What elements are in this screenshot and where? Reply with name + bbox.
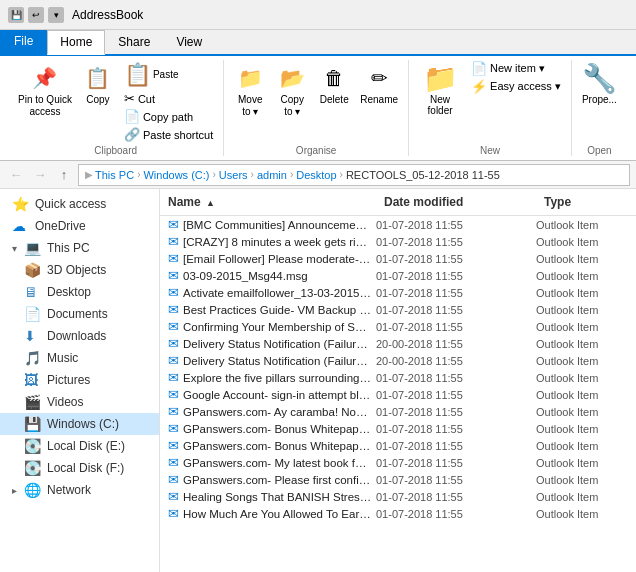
copy-path-button[interactable]: 📄 Copy path: [120, 108, 217, 125]
sidebar: ⭐ Quick access ☁ OneDrive ▾ 💻 This PC 📦 …: [0, 189, 160, 572]
sidebar-item-windowsc[interactable]: 💾 Windows (C:): [0, 413, 159, 435]
paste-button[interactable]: 📋 Paste: [120, 60, 217, 90]
file-row[interactable]: ✉ Healing Songs That BANISH Stress & Red…: [160, 488, 636, 505]
rename-button[interactable]: ✏ Rename: [356, 60, 402, 108]
file-name: Activate emailfollower_13-03-2015.msg: [183, 287, 376, 299]
file-row[interactable]: ✉ GPanswers.com- My latest book for GP a…: [160, 454, 636, 471]
file-icon: ✉: [168, 387, 179, 402]
pictures-icon: 🖼: [24, 372, 42, 388]
address-bar[interactable]: ▶ This PC › Windows (C:) › Users › admin…: [78, 164, 630, 186]
delete-label: Delete: [320, 94, 349, 106]
file-row[interactable]: ✉ GPanswers.com- Bonus Whitepaper for S.…: [160, 420, 636, 437]
paste-shortcut-button[interactable]: 🔗 Paste shortcut: [120, 126, 217, 143]
tab-view[interactable]: View: [163, 30, 215, 55]
breadcrumb-thispc[interactable]: This PC: [95, 169, 134, 181]
header-date[interactable]: Date modified: [376, 193, 536, 211]
sidebar-item-desktop[interactable]: 🖥 Desktop: [0, 281, 159, 303]
file-name: How Much Are You Allowed To Earn - 19...: [183, 508, 376, 520]
tab-file[interactable]: File: [0, 30, 47, 55]
forward-button[interactable]: →: [30, 165, 50, 185]
sidebar-item-network[interactable]: ▸ 🌐 Network: [0, 479, 159, 501]
new-item-label: New item ▾: [490, 62, 545, 75]
new-folder-button[interactable]: 📁 Newfolder: [415, 60, 465, 118]
file-list-header: Name ▲ Date modified Type: [160, 189, 636, 216]
up-button[interactable]: ↑: [54, 165, 74, 185]
file-date: 01-07-2018 11:55: [376, 474, 536, 486]
file-row[interactable]: ✉ [BMC Communities] Announcement- W... 0…: [160, 216, 636, 233]
new-folder-label: Newfolder: [428, 94, 453, 116]
sidebar-item-pictures[interactable]: 🖼 Pictures: [0, 369, 159, 391]
sidebar-item-music[interactable]: 🎵 Music: [0, 347, 159, 369]
file-name: GPanswers.com- My latest book for GP a..…: [183, 457, 376, 469]
file-row[interactable]: ✉ Delivery Status Notification (Failure)…: [160, 335, 636, 352]
file-row[interactable]: ✉ Confirming Your Membership of Search..…: [160, 318, 636, 335]
sidebar-label-windowsc: Windows (C:): [47, 417, 119, 431]
properties-icon: 🔧: [583, 62, 615, 94]
sidebar-item-videos[interactable]: 🎬 Videos: [0, 391, 159, 413]
file-date: 01-07-2018 11:55: [376, 440, 536, 452]
file-row[interactable]: ✉ [Email Follower] Please moderate- -EML…: [160, 250, 636, 267]
sidebar-item-onedrive[interactable]: ☁ OneDrive: [0, 215, 159, 237]
file-date: 01-07-2018 11:55: [376, 236, 536, 248]
easy-access-label: Easy access ▾: [490, 80, 561, 93]
file-row[interactable]: ✉ GPanswers.com- Please first confirm yo…: [160, 471, 636, 488]
back-button[interactable]: ←: [6, 165, 26, 185]
file-row[interactable]: ✉ GPanswers.com- Ay caramba! Now we h...…: [160, 403, 636, 420]
tab-share[interactable]: Share: [105, 30, 163, 55]
network-icon: 🌐: [24, 482, 42, 498]
header-type[interactable]: Type: [536, 193, 636, 211]
file-row[interactable]: ✉ Explore the five pillars surrounding c…: [160, 369, 636, 386]
breadcrumb-admin[interactable]: admin: [257, 169, 287, 181]
copy-label: Copy: [86, 94, 109, 106]
music-icon: 🎵: [24, 350, 42, 366]
file-name: 03-09-2015_Msg44.msg: [183, 270, 376, 282]
sidebar-item-quickaccess[interactable]: ⭐ Quick access: [0, 193, 159, 215]
delete-button[interactable]: 🗑 Delete: [314, 60, 354, 108]
breadcrumb-windowsc[interactable]: Windows (C:): [143, 169, 209, 181]
move-to-button[interactable]: 📁 Moveto ▾: [230, 60, 270, 120]
pin-label: Pin to Quickaccess: [18, 94, 72, 118]
pin-to-quick-access-button[interactable]: 📌 Pin to Quickaccess: [14, 60, 76, 120]
file-row[interactable]: ✉ 03-09-2015_Msg44.msg 01-07-2018 11:55 …: [160, 267, 636, 284]
sidebar-item-locale[interactable]: 💽 Local Disk (E:): [0, 435, 159, 457]
sidebar-item-thispc[interactable]: ▾ 💻 This PC: [0, 237, 159, 259]
file-row[interactable]: ✉ Activate emailfollower_13-03-2015.msg …: [160, 284, 636, 301]
file-icon: ✉: [168, 302, 179, 317]
breadcrumb-folder[interactable]: RECTOOLS_05-12-2018 11-55: [346, 169, 500, 181]
file-type: Outlook Item: [536, 304, 636, 316]
pin-icon: 📌: [29, 62, 61, 94]
file-row[interactable]: ✉ How Much Are You Allowed To Earn - 19.…: [160, 505, 636, 522]
sep2: ›: [212, 169, 215, 180]
easy-access-button[interactable]: ⚡ Easy access ▾: [467, 78, 565, 95]
file-icon: ✉: [168, 489, 179, 504]
title-bar: 💾 ↩ ▾ AddressBook: [0, 0, 636, 30]
file-icon: ✉: [168, 251, 179, 266]
new-item-button[interactable]: 📄 New item ▾: [467, 60, 565, 77]
sidebar-item-3dobjects[interactable]: 📦 3D Objects: [0, 259, 159, 281]
quick-access-toolbar[interactable]: 💾: [8, 7, 24, 23]
copy-button[interactable]: 📋 Copy: [78, 60, 118, 108]
3dobjects-icon: 📦: [24, 262, 42, 278]
file-date: 20-00-2018 11:55: [376, 355, 536, 367]
file-row[interactable]: ✉ [CRAZY] 8 minutes a week gets rid of u…: [160, 233, 636, 250]
copy-to-button[interactable]: 📂 Copyto ▾: [272, 60, 312, 120]
file-row[interactable]: ✉ GPanswers.com- Bonus Whitepaper for S.…: [160, 437, 636, 454]
file-name: GPanswers.com- Bonus Whitepaper for S...: [183, 423, 376, 435]
file-row[interactable]: ✉ Best Practices Guide- VM Backup and Re…: [160, 301, 636, 318]
sidebar-item-localf[interactable]: 💽 Local Disk (F:): [0, 457, 159, 479]
sidebar-item-downloads[interactable]: ⬇ Downloads: [0, 325, 159, 347]
file-row[interactable]: ✉ Google Account- sign-in attempt blocke…: [160, 386, 636, 403]
ribbon-group-properties: 🔧 Prope... Open: [572, 60, 627, 156]
sidebar-item-documents[interactable]: 📄 Documents: [0, 303, 159, 325]
cut-button[interactable]: ✂ Cut: [120, 90, 217, 107]
properties-button[interactable]: 🔧 Prope...: [578, 60, 621, 108]
tab-home[interactable]: Home: [47, 30, 105, 55]
new-content: 📁 Newfolder 📄 New item ▾ ⚡ Easy access ▾: [415, 60, 565, 143]
breadcrumb-users[interactable]: Users: [219, 169, 248, 181]
title-dropdown[interactable]: ▾: [48, 7, 64, 23]
file-row[interactable]: ✉ Delivery Status Notification (Failure)…: [160, 352, 636, 369]
header-name[interactable]: Name ▲: [160, 193, 376, 211]
copy-to-icon: 📂: [276, 62, 308, 94]
breadcrumb-desktop[interactable]: Desktop: [296, 169, 336, 181]
undo-icon[interactable]: ↩: [28, 7, 44, 23]
